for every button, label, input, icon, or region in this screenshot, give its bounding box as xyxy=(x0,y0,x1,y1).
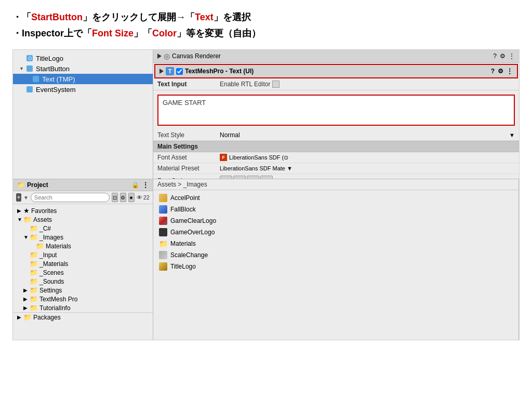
star-icon-btn[interactable]: ★ xyxy=(128,193,135,202)
arrow-icon: ▼ xyxy=(23,195,29,201)
asset-item-scalechange[interactable]: ScaleChange xyxy=(153,249,518,261)
tree-item-input[interactable]: 📁 _Input xyxy=(13,250,153,259)
tree-item-sounds[interactable]: 📁 _Sounds xyxy=(13,277,153,286)
canvas-renderer-header: ◎ Canvas Renderer ? ⚙ ⋮ xyxy=(153,50,519,63)
material-preset-row: Material Preset LiberationSans SDF Mate … xyxy=(153,163,519,174)
asset-item-accelpoint[interactable]: AccelPoint xyxy=(153,192,518,204)
favorites-label: Favorites xyxy=(31,207,149,215)
ellipsis-icon[interactable]: ⋮ xyxy=(142,181,149,189)
font-style-row: Font Style B I U S ab AB SC xyxy=(153,174,519,179)
canvas-ellipsis-icon[interactable]: ⋮ xyxy=(509,52,515,60)
tree-item-csharp[interactable]: 📁 _C# xyxy=(13,224,153,233)
search-input[interactable] xyxy=(31,193,110,202)
asset-icon-titlelogo xyxy=(158,262,168,271)
lock-icon[interactable]: 🔒 xyxy=(131,181,139,189)
triangle-icon-startbutton: ▼ xyxy=(19,66,25,71)
eye-icon: 👁 xyxy=(137,194,142,201)
font-asset-value: LiberationSans SDF (⊙ xyxy=(229,154,288,161)
tree-item-images[interactable]: ▼ 📁 _Images xyxy=(13,233,153,242)
arrow-assets: ▼ xyxy=(17,217,23,222)
instruction-line2: ・Inspector上で「Font Size」「Color」等を変更（自由） xyxy=(12,25,520,42)
star-favorites-icon: ★ xyxy=(23,207,30,215)
packages-label: Packages xyxy=(33,314,149,321)
asset-icon-materials-folder: 📁 xyxy=(158,239,168,248)
hierarchy-item-eventsystem[interactable]: EventSystem xyxy=(13,84,153,95)
canvas-help-icon[interactable]: ? xyxy=(493,52,497,60)
play-arrow-icon xyxy=(157,54,162,59)
folder-icon-header: 📁 xyxy=(17,181,25,189)
color-highlight: Color xyxy=(152,28,177,38)
project-panel: 📁 Project 🔒 ⋮ + ▼ ⊡ ⚙ ★ 👁 22 xyxy=(13,179,153,340)
tree-item-assets[interactable]: ▼ 📁 Assets xyxy=(13,215,153,224)
svg-rect-3 xyxy=(33,76,39,82)
arrow-images: ▼ xyxy=(23,234,30,240)
tmp-help-icon[interactable]: ? xyxy=(491,68,495,75)
breadcrumb: Assets > _Images xyxy=(153,179,518,190)
assets-panel: Assets > _Images AccelPoint FallBlock xyxy=(153,179,519,340)
hierarchy-item-text-tmp[interactable]: Text (TMP) xyxy=(13,74,153,84)
csharp-label: _C# xyxy=(39,225,149,232)
tree-item-favorites[interactable]: ▶ ★ Favorites xyxy=(13,206,153,215)
asset-item-fallblock[interactable]: FallBlock xyxy=(153,204,518,215)
game-start-value: GAME START xyxy=(163,99,206,107)
materials-label: Materials xyxy=(46,243,149,250)
refresh-icon-btn[interactable]: ⊡ xyxy=(112,193,118,202)
textmesh-label: TextMesh Pro xyxy=(39,296,149,303)
tmp-ellipsis-icon[interactable]: ⋮ xyxy=(507,68,513,75)
game-start-container: GAME START xyxy=(153,90,519,130)
font-asset-label: Font Asset xyxy=(157,154,220,161)
tree-item-packages[interactable]: ▶ 📁 Packages xyxy=(13,312,153,322)
project-label: Project xyxy=(27,181,48,189)
gear-icon-btn[interactable]: ⚙ xyxy=(120,193,126,202)
tree-item-settings[interactable]: ▶ 📁 Settings xyxy=(13,286,153,295)
canvas-settings-icon[interactable]: ⚙ xyxy=(500,52,506,60)
add-button[interactable]: + xyxy=(16,193,21,202)
scenes-label: _Scenes xyxy=(39,269,149,276)
asset-item-materials[interactable]: 📁 Materials xyxy=(153,238,518,249)
cube-icon-text-tmp xyxy=(32,75,40,83)
instruction-line1: ・「StartButton」をクリックして展開→「Text」を選択 xyxy=(12,9,520,25)
arrow-packages: ▶ xyxy=(17,314,23,320)
asset-label-fallblock: FallBlock xyxy=(170,206,196,213)
project-toolbar: + ▼ ⊡ ⚙ ★ 👁 22 xyxy=(13,191,153,204)
asset-item-gameclearlogo[interactable]: GameClearLogo xyxy=(153,215,518,227)
cube-icon-titlelogo: ⬡ xyxy=(25,54,34,62)
instructions-area: ・「StartButton」をクリックして展開→「Text」を選択 ・Inspe… xyxy=(0,0,532,49)
folder-csharp-icon: 📁 xyxy=(30,224,38,232)
asset-item-gameoverlogo[interactable]: GameOverLogo xyxy=(153,227,518,238)
game-start-textbox[interactable]: GAME START xyxy=(157,95,515,126)
hierarchy-item-startbutton[interactable]: ▼ StartButton xyxy=(13,63,153,74)
folder-matfolder-icon: 📁 xyxy=(30,260,38,268)
folder-settings-icon: 📁 xyxy=(30,286,38,294)
asset-icon-scalechange xyxy=(158,250,168,260)
canvas-circle-icon: ◎ xyxy=(164,52,170,60)
tree-item-tutorialinfo[interactable]: ▶ 📁 TutorialInfo xyxy=(13,303,153,312)
settings-label: Settings xyxy=(39,287,149,294)
hierarchy-label-text-tmp: Text (TMP) xyxy=(42,75,75,83)
arrow-favorites: ▶ xyxy=(17,208,23,214)
project-tree: ▶ ★ Favorites ▼ 📁 Assets 📁 _C# xyxy=(13,204,153,340)
tree-item-matfolder[interactable]: 📁 _Materials xyxy=(13,259,153,268)
hierarchy-item-titlelogo[interactable]: ⬡ TitleLogo xyxy=(13,53,153,63)
tmp-enable-checkbox[interactable] xyxy=(176,68,183,75)
folder-input-icon: 📁 xyxy=(30,251,38,259)
screenshot-area: ⬡ TitleLogo ▼ StartButton xyxy=(12,49,520,340)
tree-item-materials[interactable]: 📁 Materials xyxy=(13,242,153,250)
hierarchy-panel: ⬡ TitleLogo ▼ StartButton xyxy=(13,50,153,179)
tree-item-textmesh[interactable]: ▶ 📁 TextMesh Pro xyxy=(13,295,153,303)
text-style-dropdown-arrow[interactable]: ▼ xyxy=(509,132,515,138)
line2-suffix: 」等を変更（自由） xyxy=(177,28,261,38)
top-panels: ⬡ TitleLogo ▼ StartButton xyxy=(13,50,519,179)
enable-rtl-checkbox[interactable] xyxy=(272,81,280,88)
tmp-settings-icon[interactable]: ⚙ xyxy=(498,68,503,75)
text-style-label: Text Style xyxy=(157,131,220,139)
tree-item-scenes[interactable]: 📁 _Scenes xyxy=(13,268,153,277)
tmp-component-header: T TextMeshPro - Text (UI) ? ⚙ ⋮ xyxy=(154,64,518,78)
asset-icon-accelpoint xyxy=(158,193,168,203)
tutorialinfo-label: TutorialInfo xyxy=(39,304,149,312)
folder-assets-icon: 📁 xyxy=(23,216,32,223)
text-style-value: Normal xyxy=(220,131,507,139)
line1-prefix: ・「 xyxy=(12,12,31,22)
asset-item-titlelogo[interactable]: TitleLogo xyxy=(153,261,518,272)
hierarchy-label-titlelogo: TitleLogo xyxy=(36,55,63,62)
